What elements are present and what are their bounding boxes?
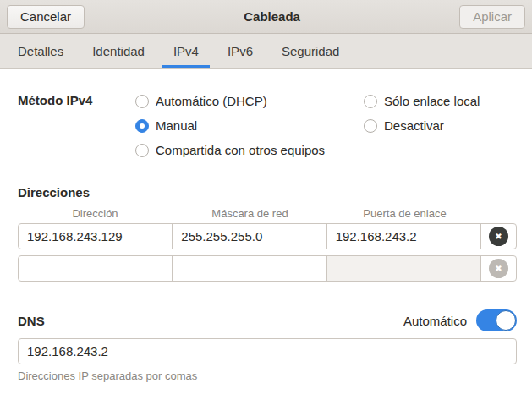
toggle-knob[interactable] <box>496 310 516 331</box>
address-row: ✖ <box>18 223 517 249</box>
method-option-dhcp[interactable]: Automático (DHCP) <box>135 89 364 113</box>
method-option-label: Automático (DHCP) <box>156 94 267 108</box>
radio-unchecked-icon[interactable] <box>135 95 149 108</box>
dns-servers-input[interactable] <box>18 338 517 364</box>
addresses-title: Direcciones <box>18 185 517 200</box>
method-option-label: Desactivar <box>384 118 444 133</box>
tab-identidad[interactable]: Identidad <box>81 34 156 68</box>
tab-ipv6[interactable]: IPv6 <box>217 34 264 68</box>
remove-address-cell: ✖ <box>481 256 516 281</box>
method-option-label: Sólo enlace local <box>384 94 480 108</box>
method-option-link-local[interactable]: Sólo enlace local <box>364 89 517 113</box>
radio-unchecked-icon[interactable] <box>364 119 377 133</box>
dns-automatic-label: Automático <box>403 314 467 328</box>
ipv4-panel: Método IPv4 Automático (DHCP) Manual Com… <box>0 89 532 382</box>
radio-unchecked-icon[interactable] <box>135 144 149 157</box>
remove-icon: ✖ <box>495 265 502 273</box>
gateway-input <box>327 261 480 276</box>
method-option-label: Manual <box>156 118 197 133</box>
ipv4-method-options: Automático (DHCP) Manual Compartida con … <box>135 89 517 162</box>
dns-title: DNS <box>18 314 45 328</box>
address-input[interactable] <box>19 261 172 276</box>
tab-ipv4[interactable]: IPv4 <box>162 34 210 68</box>
column-header-gateway: Puerta de enlace <box>327 207 482 220</box>
column-header-address: Dirección <box>18 207 173 220</box>
gateway-cell <box>327 256 481 281</box>
tab-seguridad[interactable]: Seguridad <box>271 34 350 68</box>
ipv4-method-section: Método IPv4 Automático (DHCP) Manual Com… <box>18 89 517 162</box>
gateway-cell <box>327 224 481 249</box>
method-option-disable[interactable]: Desactivar <box>364 113 517 138</box>
remove-address-button: ✖ <box>489 259 508 278</box>
netmask-input[interactable] <box>173 261 326 276</box>
dns-section-header: DNS Automático <box>18 309 517 331</box>
remove-address-button[interactable]: ✖ <box>489 227 508 246</box>
column-header-spacer <box>482 207 517 220</box>
address-input[interactable] <box>19 229 172 244</box>
dns-automatic-toggle[interactable] <box>476 309 517 331</box>
gateway-input[interactable] <box>327 229 480 244</box>
method-option-label: Compartida con otros equipos <box>156 143 325 157</box>
cancel-button[interactable]: Cancelar <box>7 5 85 29</box>
address-cell <box>19 256 173 281</box>
method-option-manual[interactable]: Manual <box>135 113 364 138</box>
method-option-shared[interactable]: Compartida con otros equipos <box>135 138 364 162</box>
apply-button[interactable]: Aplicar <box>459 5 525 29</box>
remove-address-cell: ✖ <box>481 224 516 249</box>
settings-tabbar: Detalles Identidad IPv4 IPv6 Seguridad <box>0 34 532 69</box>
remove-icon: ✖ <box>495 233 502 241</box>
dns-helper-text: Direcciones IP separadas por comas <box>18 369 517 382</box>
ipv4-method-label: Método IPv4 <box>18 89 135 162</box>
addresses-column-headers: Dirección Máscara de red Puerta de enlac… <box>18 207 517 220</box>
dns-automatic-control: Automático <box>403 309 517 331</box>
radio-unchecked-icon[interactable] <box>364 95 377 108</box>
column-header-netmask: Máscara de red <box>173 207 327 220</box>
netmask-input[interactable] <box>173 229 326 244</box>
netmask-cell <box>173 224 326 249</box>
netmask-cell <box>173 256 326 281</box>
tab-detalles[interactable]: Detalles <box>7 34 74 68</box>
dialog-titlebar: Cancelar Cableada Aplicar <box>0 0 532 34</box>
dns-servers-field-wrap <box>18 338 517 364</box>
address-row: ✖ <box>18 255 517 282</box>
radio-checked-icon[interactable] <box>135 119 149 133</box>
window-title: Cableada <box>244 9 300 24</box>
address-cell <box>19 224 173 249</box>
